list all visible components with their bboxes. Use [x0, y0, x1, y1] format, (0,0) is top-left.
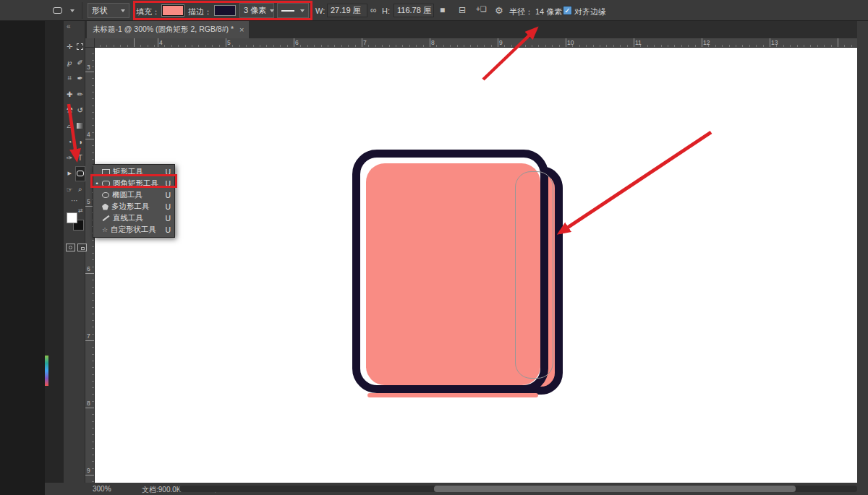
menu-item-custom-shape-tool[interactable]: ☆ 自定形状工具 U: [93, 224, 174, 236]
scrollbar-thumb[interactable]: [434, 486, 796, 492]
eraser-tool[interactable]: ▱: [64, 119, 75, 134]
path-selection-tool[interactable]: ▶: [64, 166, 75, 181]
close-tab-icon[interactable]: ×: [239, 25, 244, 34]
quick-selection-icon: ✐: [77, 59, 83, 66]
photoshop-window: 形状 填充： 描边： 3 像素 W: 27.19 厘 ∞ H: 116.78 厘…: [0, 0, 868, 495]
divider: [82, 2, 82, 19]
height-field[interactable]: 116.78 厘: [393, 4, 434, 17]
ruler-number: 5: [87, 198, 90, 205]
annotation-box-fill-stroke: [133, 1, 312, 20]
zoom-tool[interactable]: ⌕: [75, 182, 85, 197]
type-tool[interactable]: T: [75, 150, 85, 165]
gradient-tool[interactable]: [75, 119, 85, 134]
horizontal-ruler: 4 5 6 7 8 9 10 11 12 13: [85, 38, 857, 48]
menu-shortcut: U: [165, 225, 171, 234]
clone-stamp-icon: ⚒: [67, 106, 73, 114]
menu-item-label: 椭圆工具: [112, 190, 142, 200]
chevron-down-icon: [121, 9, 125, 12]
spot-healing-tool[interactable]: ✚: [64, 87, 75, 102]
menu-shortcut: U: [165, 214, 171, 223]
rounded-rect-pink-fill: [366, 163, 540, 385]
crop-tool[interactable]: ⌗: [64, 71, 75, 86]
gear-icon[interactable]: ⚙: [495, 5, 503, 16]
hand-icon: ☞: [67, 186, 73, 194]
tool-mode-select[interactable]: 形状: [88, 3, 129, 18]
hand-tool[interactable]: ☞: [64, 182, 75, 197]
ruler-number: 4: [87, 131, 90, 138]
width-value: 27.19 厘: [331, 5, 361, 16]
move-tool[interactable]: ✛: [64, 39, 75, 54]
quick-mask-circle: [69, 246, 72, 249]
path-operations-icon[interactable]: ■: [440, 5, 445, 15]
menu-item-ellipse-tool[interactable]: 椭圆工具 U: [93, 189, 174, 201]
ruler-number: 12: [703, 39, 710, 46]
screen-mode-icon[interactable]: [77, 244, 87, 251]
height-label: H:: [382, 7, 390, 15]
quick-selection-tool[interactable]: ✐: [75, 55, 85, 70]
ruler-number: 6: [87, 265, 90, 272]
path-selection-icon: ▶: [68, 171, 72, 176]
radius-value[interactable]: 14 像素: [535, 7, 562, 17]
collapsed-panel-strip[interactable]: [45, 356, 48, 386]
history-brush-tool[interactable]: ↺: [75, 103, 85, 118]
menu-shortcut: U: [165, 202, 171, 211]
ruler-number: 8: [87, 400, 90, 407]
lasso-tool[interactable]: ℘: [64, 55, 75, 70]
swap-colors-icon[interactable]: ⇄: [78, 207, 83, 214]
align-edges-checkbox[interactable]: ✓: [563, 6, 572, 15]
horizontal-scrollbar[interactable]: [179, 486, 857, 492]
window-right-edge: [857, 21, 868, 495]
pink-fill-sliver: [367, 393, 538, 397]
brush-tool[interactable]: ✏: [75, 87, 85, 102]
rounded-rectangle-tool[interactable]: [75, 166, 85, 181]
brush-icon: ✏: [77, 90, 83, 98]
link-dimensions-icon[interactable]: ∞: [370, 5, 377, 15]
menu-item-label: 多边形工具: [111, 202, 150, 212]
dodge-tool[interactable]: ◑: [75, 134, 85, 150]
foreground-color-swatch[interactable]: [67, 212, 77, 223]
options-bar: 形状 填充： 描边： 3 像素 W: 27.19 厘 ∞ H: 116.78 厘…: [0, 0, 868, 21]
current-tool-icon: [53, 7, 62, 14]
eyedropper-icon: ✒: [77, 74, 83, 82]
check-icon: ✓: [564, 7, 570, 14]
ruler-number: 5: [227, 39, 231, 46]
move-icon: ✛: [67, 43, 72, 51]
tool-grid: ✛ ℘ ✐ ⌗ ✒ ✚ ✏ ⚒ ↺ ▱ ◔ ◑ ✑ T ▶ ☞ ⌕: [64, 38, 85, 197]
rounded-rectangle-icon: [77, 171, 84, 176]
menu-item-polygon-tool[interactable]: 多边形工具 U: [93, 201, 174, 212]
rect-marquee-tool[interactable]: [75, 39, 85, 54]
zoom-level[interactable]: 300%: [93, 485, 111, 493]
clone-stamp-tool[interactable]: ⚒: [64, 103, 75, 118]
more-tools-icon[interactable]: ⋯: [64, 197, 85, 205]
screen-mode-inner: [81, 247, 85, 250]
menu-shortcut: U: [165, 191, 171, 199]
tool-mode-label: 形状: [92, 5, 108, 16]
history-brush-icon: ↺: [77, 106, 83, 114]
window-left-edge: [0, 21, 45, 495]
ruler-number: 8: [431, 39, 435, 46]
polygon-icon: [102, 204, 109, 210]
chevron-down-icon: [70, 9, 75, 12]
ruler-number: 6: [295, 39, 299, 46]
pen-icon: ✑: [67, 154, 72, 162]
gradient-icon: [77, 123, 84, 129]
width-label: W:: [315, 7, 325, 15]
vertical-ruler: 3 4 5 6 7 8 9: [85, 48, 95, 483]
width-field[interactable]: 27.19 厘: [327, 4, 367, 17]
menu-item-line-tool[interactable]: 直线工具 U: [93, 212, 174, 224]
document-tab[interactable]: 未标题-1 @ 300% (圆角矩形 2, RGB/8#) * ×: [87, 21, 249, 38]
crop-icon: ⌗: [67, 74, 72, 82]
collapse-panel-icon[interactable]: «: [67, 22, 71, 30]
ruler-corner: [85, 38, 95, 48]
ruler-number: 7: [363, 39, 367, 46]
blur-tool[interactable]: ◔: [64, 134, 75, 150]
path-alignment-icon[interactable]: ⊟: [459, 5, 466, 15]
eyedropper-tool[interactable]: ✒: [75, 71, 85, 86]
ruler-number: 9: [87, 467, 90, 474]
path-arrange-icon[interactable]: +❏: [476, 5, 487, 13]
ruler-number: 7: [87, 332, 90, 340]
pen-tool[interactable]: ✑: [64, 150, 75, 165]
tool-preset-button[interactable]: [49, 3, 78, 18]
custom-shape-icon: ☆: [102, 226, 108, 233]
quick-mask-icon[interactable]: [66, 244, 75, 251]
